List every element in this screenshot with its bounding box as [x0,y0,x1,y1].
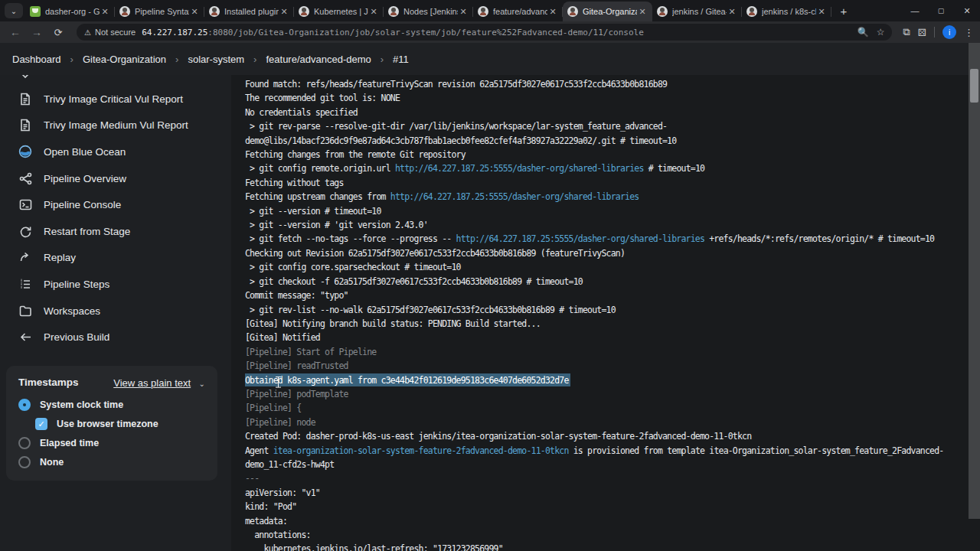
close-icon[interactable]: ✕ [458,7,469,17]
browser-tab[interactable]: Gitea-Organization✕ [563,2,652,21]
console-link[interactable]: http://64.227.187.25:5555/dasher-org/sha… [456,233,705,244]
new-tab-button[interactable]: + [835,2,853,20]
console-text: Created Pod: dasher-prod-k8s-us-east jen… [245,431,751,442]
sidebar-item-pipeline-console[interactable]: Pipeline Console [0,191,231,218]
jenkins-favicon-icon [657,6,668,17]
chevron-down-icon [18,75,32,83]
jenkins-favicon-icon [388,6,399,17]
sidebar-item-replay[interactable]: Replay [0,245,231,272]
menu-dots-icon[interactable]: ⋮ [964,27,974,38]
console-text: > git --version # 'git version 2.43.0' [245,220,428,230]
url-path: :8080/job/Gitea-Organization/job/solar-s… [207,28,644,37]
toolbar-separator [934,27,935,37]
console-line: [Pipeline] node [245,416,968,429]
page-scrollbar[interactable] [969,43,980,519]
console-line: Fetching changes from the remote Git rep… [245,148,968,161]
radio-icon[interactable] [18,437,31,449]
console-line: metadata: [245,514,968,528]
scrollbar-thumb[interactable] [970,69,978,103]
tab-title: jenkins / Gitea-Orga [672,7,727,16]
console-text: is provisioned from template itea-Organi… [569,445,944,456]
zoom-icon[interactable]: 🔍 [858,27,869,37]
browser-tab[interactable]: jenkins / k8s-cloud-a✕ [742,2,831,21]
minimize-button[interactable]: — [902,0,928,21]
browser-tab[interactable]: Pipeline Syntax: Direc✕ [115,2,204,21]
tabs-container: dasher-org - Gitea: G✕Pipeline Syntax: D… [25,0,831,21]
browser-tab[interactable]: jenkins / Gitea-Orga✕ [652,2,742,21]
console-line: apiVersion: "v1" [245,486,968,500]
console-text: > git rev-parse --resolve-git-dir /var/l… [245,121,667,132]
timestamp-checkbox-use-browser-timezone[interactable]: ✓Use browser timezone [35,418,205,430]
sidebar-item-git-build-data[interactable]: Git Build Data [0,75,231,86]
breadcrumb-item[interactable]: Gitea-Organization [83,54,166,65]
sidebar-item-trivy-image-critical-vul-report[interactable]: Trivy Image Critical Vul Report [0,86,231,112]
forward-button[interactable]: → [28,23,46,41]
console-text: annotations: [245,530,311,540]
close-window-button[interactable]: ✕ [954,0,980,21]
browser-tab[interactable]: dasher-org - Gitea: G✕ [25,2,115,21]
timestamp-radio-elapsed-time[interactable]: Elapsed time [18,437,205,449]
console-link[interactable]: http://64.227.187.25:5555/dasher-org/sha… [390,191,639,202]
sidebar-item-trivy-image-medium-vul-report[interactable]: Trivy Image Medium Vul Report [0,112,231,139]
sidebar-item-label: Git Build Data [44,75,107,77]
sidebar-item-pipeline-overview[interactable]: Pipeline Overview [0,165,231,192]
sidebar-item-open-blue-ocean[interactable]: Open Blue Ocean [0,139,231,165]
close-icon[interactable]: ✕ [189,7,200,17]
console-text: demo_11-cfd2s-hw4pt [245,459,334,470]
close-icon[interactable]: ✕ [279,7,289,17]
console-line: Created Pod: dasher-prod-k8s-us-east jen… [245,429,968,443]
close-icon[interactable]: ✕ [816,7,827,17]
breadcrumb-item[interactable]: Dashboard [12,54,61,65]
timestamp-option-label: System clock time [40,399,123,410]
restart-icon [18,224,32,238]
browser-tab[interactable]: Installed plugins - Pl✕ [204,2,294,21]
breadcrumb-item[interactable]: #11 [393,54,409,65]
console-link[interactable]: itea-organization-solar-system-feature-2… [273,445,569,456]
timestamp-radio-system-clock-time[interactable]: System clock time [18,399,205,411]
console-text-dim: [Pipeline] readTrusted [245,360,348,371]
sidebar-item-pipeline-steps[interactable]: Pipeline Steps [0,271,231,298]
close-icon[interactable]: ✕ [100,7,110,17]
tab-title: Nodes [Jenkins] [403,7,458,16]
console-line: [Pipeline] { [245,401,968,415]
sidebar-item-workspaces[interactable]: Workspaces [0,298,231,324]
maximize-button[interactable]: ▢ [928,0,954,21]
sidebar-item-label: Workspaces [44,305,100,317]
browser-tab[interactable]: Kubernetes | Jenkins✕ [294,2,384,21]
timestamp-radio-none[interactable]: None [18,456,205,468]
sidebar-item-restart-from-stage[interactable]: Restart from Stage [0,218,231,245]
back-button[interactable]: ← [6,23,24,41]
chevron-down-icon[interactable]: ⌄ [199,380,205,388]
tab-title: dasher-org - Gitea: G [45,7,100,16]
extension-icon[interactable]: ⧉ [903,26,910,38]
profile-avatar[interactable]: i [942,25,956,39]
radio-selected-icon[interactable] [18,399,31,411]
radio-icon[interactable] [18,456,31,468]
breadcrumb-item[interactable]: feature/advanced-demo [266,54,371,65]
console-line: > git rev-list --no-walk 62a5175df3027e0… [245,303,968,317]
bookmark-star-icon[interactable]: ☆ [877,27,885,37]
close-icon[interactable]: ✕ [368,7,379,17]
reload-icon: ⟳ [54,27,63,38]
breadcrumb-separator: › [381,54,384,65]
close-icon[interactable]: ✕ [727,7,737,17]
reload-button[interactable]: ⟳ [49,23,67,41]
address-bar[interactable]: ⚠ Not secure 64.227.187.25:8080/job/Gite… [77,24,892,41]
extensions-puzzle-icon[interactable]: ⚄ [918,27,926,38]
close-icon[interactable]: ✕ [547,7,558,17]
close-icon[interactable]: ✕ [637,7,648,17]
console-line: Found match: refs/heads/featureTrivyScan… [245,77,968,91]
browser-tab[interactable]: feature/advanced-de✕ [473,2,563,21]
pipeline-graph-icon [18,171,32,185]
tab-search-button[interactable]: ⌄ [5,3,23,18]
terminal-icon [18,198,32,212]
console-line: The recommended git tool is: NONE [245,91,968,105]
breadcrumb-item[interactable]: solar-system [188,54,244,65]
console-link[interactable]: http://64.227.187.25:5555/dasher-org/sha… [395,163,644,174]
sidebar-item-previous-build[interactable]: Previous Build [0,324,231,350]
console-text: apiVersion: "v1" [245,487,320,498]
arrow-left-icon: ← [10,26,21,38]
view-plain-text-link[interactable]: View as plain text [113,377,191,389]
browser-tab[interactable]: Nodes [Jenkins]✕ [384,2,473,21]
checkbox-icon[interactable]: ✓ [35,418,47,430]
